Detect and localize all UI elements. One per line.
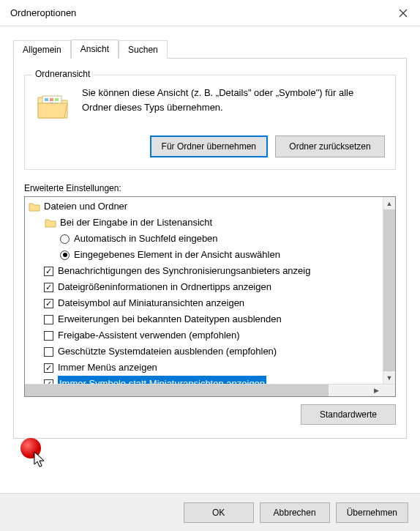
titlebar: Ordneroptionen [0,0,420,26]
folderview-legend: Ordneransicht [32,69,93,79]
tree-check-icon-on-thumbs[interactable]: Dateisymbol auf Miniaturansichten anzeig… [28,295,383,311]
scroll-thumb[interactable] [383,209,395,371]
apply-button[interactable]: Übernehmen [336,502,408,523]
tree-check-sync-notifications[interactable]: Benachrichtigungen des Synchronisierungs… [28,263,383,279]
scroll-up-icon[interactable]: ▲ [383,197,395,209]
folder-icon [44,216,57,229]
cursor-icon [34,451,48,472]
restore-defaults-button[interactable]: Standardwerte [301,404,396,425]
tree-radio-auto-search[interactable]: Automatisch in Suchfeld eingeben [28,231,383,247]
checkbox-icon [44,299,53,308]
close-icon [399,9,408,18]
tab-view[interactable]: Ansicht [71,40,119,59]
svg-rect-3 [55,98,59,101]
checkbox-icon [44,283,53,292]
window-title: Ordneroptionen [10,7,76,18]
close-button[interactable] [386,0,420,26]
tree-root[interactable]: Dateien und Ordner [28,198,383,215]
folder-icon [28,200,41,213]
tree-content: Dateien und Ordner Bei der Eingabe in de… [25,197,383,384]
checkbox-icon [44,315,53,324]
folder-icon [35,89,70,124]
tab-general[interactable]: Allgemein [13,40,71,59]
tree-check-sharing-wizard[interactable]: Freigabe-Assistent verwenden (empfohlen) [28,327,383,344]
tree-check-hide-extensions[interactable]: Erweiterungen bei bekannten Dateitypen a… [28,311,383,327]
dialog-content: Allgemein Ansicht Suchen Ordneransicht S… [0,26,420,439]
apply-to-folders-button[interactable]: Für Ordner übernehmen [150,135,268,157]
tree-check-always-menus[interactable]: Immer Menüs anzeigen [28,360,383,376]
radio-icon [60,250,70,260]
advanced-settings-tree[interactable]: Dateien und Ordner Bei der Eingabe in de… [24,196,396,397]
svg-rect-1 [45,98,48,101]
folderview-description: Sie können diese Ansicht (z. B. „Details… [82,86,385,114]
vertical-scrollbar[interactable]: ▲ ▼ [383,197,395,384]
tab-strip: Allgemein Ansicht Suchen [13,40,407,59]
tree-radio-select-item[interactable]: Eingegebenes Element in der Ansicht ausw… [28,247,383,263]
checkbox-icon [44,267,53,276]
scroll-thumb[interactable] [25,385,329,396]
tree-check-filesize-tips[interactable]: Dateigrößeninformationen in Ordnertipps … [28,279,383,295]
dialog-button-bar: OK Abbrechen Übernehmen [0,493,420,531]
scroll-right-icon[interactable]: ▶ [370,385,383,396]
checkbox-icon [44,347,53,357]
folderview-groupbox: Ordneransicht Sie können diese Ansicht (… [24,75,396,170]
tree-group-typing[interactable]: Bei der Eingabe in der Listenansicht [28,215,383,231]
tab-search[interactable]: Suchen [119,40,168,59]
tree-check-icons-not-thumbs[interactable]: Immer Symbole statt Miniaturansichten an… [28,376,383,384]
tab-panel-view: Ordneransicht Sie können diese Ansicht (… [13,58,407,439]
tree-check-hide-protected[interactable]: Geschützte Systemdateien ausblenden (emp… [28,344,383,360]
reset-folders-button[interactable]: Ordner zurücksetzen [275,135,385,157]
advanced-settings-label: Erweiterte Einstellungen: [24,183,396,193]
checkbox-icon [44,363,53,373]
horizontal-scrollbar[interactable]: ▶ [25,384,395,396]
checkbox-icon [44,331,53,341]
svg-rect-2 [50,98,53,101]
scroll-corner [383,385,395,396]
ok-button[interactable]: OK [184,502,254,523]
cancel-button[interactable]: Abbrechen [260,502,330,523]
scroll-down-icon[interactable]: ▼ [383,371,395,384]
radio-icon [60,234,70,244]
